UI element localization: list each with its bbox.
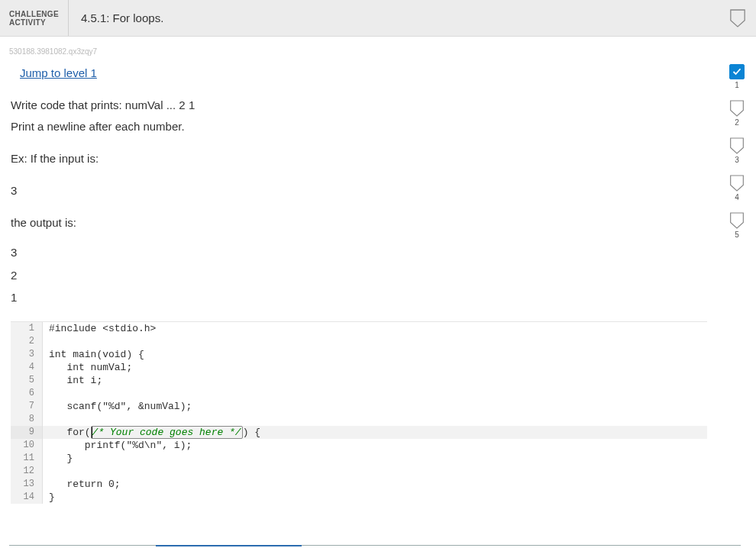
code-line-5[interactable]: int i;: [43, 374, 707, 387]
bottom-seg-2[interactable]: [156, 545, 302, 548]
code-line-9[interactable]: for(/* Your code goes here */) {: [43, 426, 707, 439]
problem-content: Jump to level 1 Write code that prints: …: [0, 60, 718, 504]
bottom-seg-1[interactable]: [9, 545, 156, 548]
progress-column: 1 2 3 4 5: [725, 64, 748, 239]
progress-step-2-num: 2: [735, 118, 739, 127]
challenge-activity-label: CHALLENGE ACTIVITY: [0, 0, 69, 36]
output-label: the output is:: [11, 214, 707, 232]
code-line-13[interactable]: return 0;: [43, 478, 707, 491]
code-line-1[interactable]: #include <stdio.h>: [43, 322, 707, 335]
code-line-8[interactable]: [43, 413, 707, 426]
output-line-1: 3: [11, 243, 707, 263]
header-shield-icon: [719, 0, 756, 36]
code-line-14[interactable]: }: [43, 491, 707, 504]
activity-title: 4.5.1: For loops.: [69, 0, 719, 36]
code-editor[interactable]: 1#include <stdio.h> 2 3int main(void) { …: [11, 321, 707, 504]
bottom-tab-bar: [9, 545, 741, 548]
header-bar: CHALLENGE ACTIVITY 4.5.1: For loops.: [0, 0, 756, 37]
progress-step-5[interactable]: 5: [729, 212, 745, 239]
output-line-2: 2: [11, 266, 707, 285]
progress-step-2[interactable]: 2: [729, 100, 745, 127]
bottom-seg-4[interactable]: [448, 545, 595, 548]
challenge-label-line1: CHALLENGE: [9, 10, 59, 18]
problem-line-1: Write code that prints: numVal ... 2 1: [11, 96, 707, 114]
bottom-seg-3[interactable]: [302, 545, 448, 548]
code-line-11[interactable]: }: [43, 452, 707, 465]
problem-line-2: Print a newline after each number.: [11, 118, 707, 136]
jump-to-level-link[interactable]: Jump to level 1: [9, 60, 108, 96]
code-line-4[interactable]: int numVal;: [43, 361, 707, 374]
shield-icon: [729, 9, 746, 27]
progress-step-1[interactable]: 1: [729, 64, 745, 89]
example-input: 3: [11, 182, 707, 200]
code-line-3[interactable]: int main(void) {: [43, 348, 707, 361]
check-icon: [732, 67, 741, 76]
progress-step-5-num: 5: [735, 230, 739, 239]
progress-step-4[interactable]: 4: [729, 175, 745, 201]
output-line-3: 1: [11, 288, 707, 308]
progress-step-3[interactable]: 3: [729, 137, 745, 164]
code-line-6[interactable]: [43, 387, 707, 400]
shield-icon: [729, 137, 745, 154]
bottom-seg-5[interactable]: [594, 545, 741, 548]
shield-icon: [729, 175, 745, 192]
challenge-label-line2: ACTIVITY: [9, 18, 59, 27]
code-line-2[interactable]: [43, 335, 707, 348]
code-line-12[interactable]: [43, 465, 707, 478]
example-label: Ex: If the input is:: [11, 150, 707, 168]
code-line-7[interactable]: scanf("%d", &numVal);: [43, 400, 707, 413]
progress-step-4-num: 4: [735, 193, 739, 201]
shield-icon: [729, 212, 745, 229]
hash-id: 530188.3981082.qx3zqy7: [0, 37, 756, 60]
shield-icon: [729, 100, 745, 117]
progress-step-1-num: 1: [735, 81, 739, 89]
code-line-10[interactable]: printf("%d\n", i);: [43, 439, 707, 452]
progress-step-3-num: 3: [735, 156, 739, 164]
